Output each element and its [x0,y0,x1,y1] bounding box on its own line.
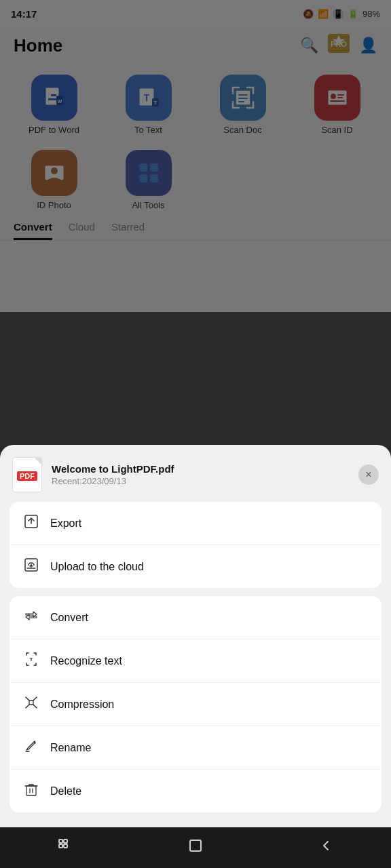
sheet-header: PDF Welcome to LightPDF.pdf Recent:2023/… [0,445,391,502]
close-button[interactable]: × [358,465,379,485]
convert-label: Convert [50,612,88,624]
svg-rect-33 [59,840,62,843]
compress-icon [23,695,39,713]
cloud-upload-icon [23,557,39,576]
nav-bar [0,827,391,868]
rename-menu-item[interactable]: Rename [10,726,381,770]
file-date: Recent:2023/09/13 [52,476,349,486]
compression-label: Compression [50,698,114,711]
back-button[interactable] [304,832,348,863]
recognize-text-label: Recognize text [50,655,122,667]
home-button[interactable] [174,832,217,863]
svg-rect-37 [190,840,201,851]
menu-group-1: Export Upload to the cloud [10,502,381,588]
svg-rect-35 [59,844,62,848]
pdf-file-icon: PDF [12,457,42,492]
convert-menu-item[interactable]: Convert [10,596,381,639]
file-info: Welcome to LightPDF.pdf Recent:2023/09/1… [52,463,349,486]
export-menu-item[interactable]: Export [10,502,381,545]
delete-label: Delete [50,785,81,797]
svg-rect-32 [26,786,36,795]
delete-menu-item[interactable]: Delete [10,770,381,812]
upload-cloud-label: Upload to the cloud [50,561,144,573]
export-label: Export [50,517,81,530]
filename: Welcome to LightPDF.pdf [52,463,349,475]
svg-rect-31 [29,701,33,705]
svg-rect-36 [64,844,67,848]
rename-label: Rename [50,742,91,754]
recent-button[interactable] [43,832,87,863]
svg-rect-34 [64,840,67,843]
rename-icon [23,738,39,757]
delete-icon [23,782,39,800]
upload-cloud-menu-item[interactable]: Upload to the cloud [10,545,381,588]
export-icon [23,514,39,532]
compression-menu-item[interactable]: Compression [10,683,381,726]
convert-icon [23,608,39,627]
bottom-sheet: PDF Welcome to LightPDF.pdf Recent:2023/… [0,445,391,827]
recognize-icon: T [23,652,39,670]
pdf-type-label: PDF [17,471,37,481]
menu-group-2: Convert T Recognize text Com [10,596,381,812]
recognize-text-menu-item[interactable]: T Recognize text [10,639,381,683]
svg-text:T: T [30,656,33,663]
